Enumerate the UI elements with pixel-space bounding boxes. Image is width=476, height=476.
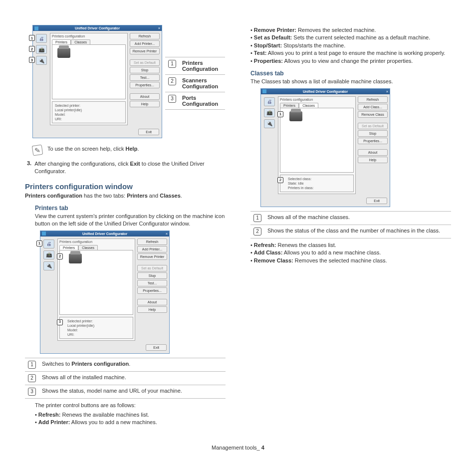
- app-window-3: Unified Driver Configurator × 🖨 📠 🔌 Prin…: [260, 88, 390, 207]
- content-box: Printers configuration Printers Classes …: [50, 33, 128, 125]
- remove-printer-button[interactable]: Remove Printer: [130, 48, 160, 54]
- tab-printers[interactable]: Printers: [52, 39, 71, 44]
- help-button[interactable]: Help: [358, 157, 388, 163]
- section-heading: Printers configuration window: [25, 182, 226, 191]
- legend-row: 2 Shows the status of the class and the …: [250, 225, 451, 238]
- bullet: Remove Printer: Removes the selected mac…: [250, 26, 451, 34]
- set-default-button[interactable]: Set as Default: [358, 123, 388, 129]
- stop-button[interactable]: Stop: [130, 67, 160, 73]
- legend-num: 3: [168, 95, 176, 103]
- note-icon: ✎: [32, 145, 43, 156]
- printers-config-icon[interactable]: 🖨: [43, 239, 54, 248]
- bullet: Stop/Start: Stops/starts the machine.: [250, 42, 451, 49]
- close-icon[interactable]: ×: [386, 90, 388, 93]
- content-box: Printers configuration Printers Classes …: [57, 238, 135, 341]
- group-label: Printers configuration: [280, 98, 354, 101]
- callout-2: 2: [57, 253, 63, 259]
- about-button[interactable]: About: [130, 93, 160, 100]
- selected-line2: Model:: [55, 112, 123, 117]
- printer-icon[interactable]: [69, 253, 82, 263]
- step-3: 3. After changing the configurations, cl…: [25, 160, 226, 177]
- refresh-button[interactable]: Refresh: [358, 96, 388, 103]
- exit-button[interactable]: Exit: [366, 198, 387, 204]
- tab-printers[interactable]: Printers: [280, 103, 299, 108]
- bullets-a: Refresh: Renews the available machines l…: [25, 411, 226, 427]
- help-button[interactable]: Help: [137, 306, 167, 313]
- tab-classes[interactable]: Classes: [78, 245, 98, 250]
- legend-1: 1 Switches to Printers configuration. 2 …: [25, 358, 226, 399]
- tab-classes[interactable]: Classes: [71, 39, 90, 44]
- printer-icon[interactable]: [289, 111, 302, 121]
- selected-class-box: 2 Selected class: State: Idle Printers i…: [280, 175, 354, 192]
- remove-class-button[interactable]: Remove Class: [358, 111, 388, 118]
- right-column: Remove Printer: Removes the selected mac…: [245, 25, 451, 430]
- side-legend: 1 PrintersConfiguration 2 ScannersConfig…: [165, 57, 225, 110]
- printers-tab-desc: View the current system's printer config…: [35, 213, 226, 228]
- printer-icon[interactable]: [57, 48, 70, 58]
- step-text: After changing the configurations, click…: [34, 160, 226, 175]
- refresh-button[interactable]: Refresh: [130, 33, 160, 39]
- callout-1: 1: [36, 240, 42, 246]
- page-footer: Management tools_ 4: [25, 445, 451, 451]
- section-intro: Printers configuration has the two tabs:…: [25, 192, 226, 200]
- bullet: Add Class: Allows you to add a new machi…: [250, 249, 451, 256]
- remove-printer-button[interactable]: Remove Printer: [137, 253, 167, 260]
- left-column: Unified Driver Configurator × 1 🖨 2 📠: [25, 25, 231, 430]
- callout-1: 1: [29, 35, 35, 41]
- refresh-button[interactable]: Refresh: [137, 238, 167, 245]
- callout-3: 3: [57, 319, 63, 325]
- properties-button[interactable]: Properties...: [137, 287, 167, 294]
- legend-num: 1: [168, 60, 176, 68]
- note-text: To use the on screen help, click Help.: [47, 145, 139, 153]
- properties-button[interactable]: Properties...: [130, 82, 160, 88]
- about-button[interactable]: About: [358, 149, 388, 156]
- set-default-button[interactable]: Set as Default: [137, 265, 167, 271]
- stop-button[interactable]: Stop: [137, 272, 167, 279]
- close-icon[interactable]: ×: [166, 232, 168, 236]
- content-box: Printers configuration Printers Classes …: [278, 96, 356, 194]
- add-printer-button[interactable]: Add Printer...: [130, 40, 160, 47]
- scanners-config-icon[interactable]: 📠: [43, 250, 54, 259]
- bullets-c: Refresh: Renews the classes list. Add Cl…: [250, 241, 451, 264]
- ports-config-icon[interactable]: 🔌: [264, 119, 275, 128]
- tab-classes[interactable]: Classes: [299, 103, 318, 108]
- button-column: Refresh Add Printer... Remove Printer Se…: [130, 33, 160, 125]
- tab-printers[interactable]: Printers: [59, 245, 78, 250]
- app-icon: [34, 26, 38, 30]
- titlebar: Unified Driver Configurator ×: [40, 231, 169, 237]
- set-default-button[interactable]: Set as Default: [130, 59, 160, 66]
- ports-config-icon[interactable]: 🔌: [43, 261, 54, 270]
- stop-button[interactable]: Stop: [358, 130, 388, 137]
- exit-button[interactable]: Exit: [138, 129, 159, 135]
- add-printer-button[interactable]: Add Printer...: [137, 246, 167, 252]
- exit-button[interactable]: Exit: [146, 344, 167, 351]
- add-class-button[interactable]: Add Class...: [358, 104, 388, 110]
- bullet: Add Printer: Allows you to add a new mac…: [35, 419, 226, 426]
- class-list[interactable]: 1: [280, 108, 354, 173]
- scanners-config-icon[interactable]: 📠: [36, 45, 47, 54]
- bullet: Set as Default: Sets the current selecte…: [250, 34, 451, 41]
- test-button[interactable]: Test...: [130, 74, 160, 81]
- printer-list[interactable]: [52, 44, 126, 99]
- bullet: Test: Allows you to print a test page to…: [250, 49, 451, 57]
- group-label: Printers configuration: [52, 34, 126, 38]
- close-icon[interactable]: ×: [158, 26, 160, 30]
- printer-list[interactable]: 2: [59, 250, 133, 315]
- legend-row: 3 PortsConfiguration: [165, 92, 225, 109]
- scanners-config-icon[interactable]: 📠: [264, 108, 275, 117]
- ports-config-icon[interactable]: 🔌: [36, 56, 47, 65]
- test-button[interactable]: Test...: [137, 280, 167, 286]
- window-title: Unified Driver Configurator: [82, 232, 127, 236]
- printers-config-icon[interactable]: 🖨: [36, 34, 47, 43]
- selected-label: Selected printer:: [55, 103, 123, 108]
- help-button[interactable]: Help: [130, 101, 160, 107]
- legend-num: 2: [168, 77, 176, 85]
- selected-printer-box: 3 Selected printer: Local printer(idle) …: [59, 317, 133, 339]
- control-intro: The printer control buttons are as follo…: [25, 402, 226, 409]
- properties-button[interactable]: Properties...: [358, 138, 388, 144]
- printers-config-icon[interactable]: 🖨: [264, 97, 275, 106]
- about-button[interactable]: About: [137, 299, 167, 305]
- callout-2: 2: [277, 177, 283, 183]
- window-title: Unified Driver Configurator: [303, 90, 348, 93]
- page-columns: Unified Driver Configurator × 1 🖨 2 📠: [25, 25, 451, 430]
